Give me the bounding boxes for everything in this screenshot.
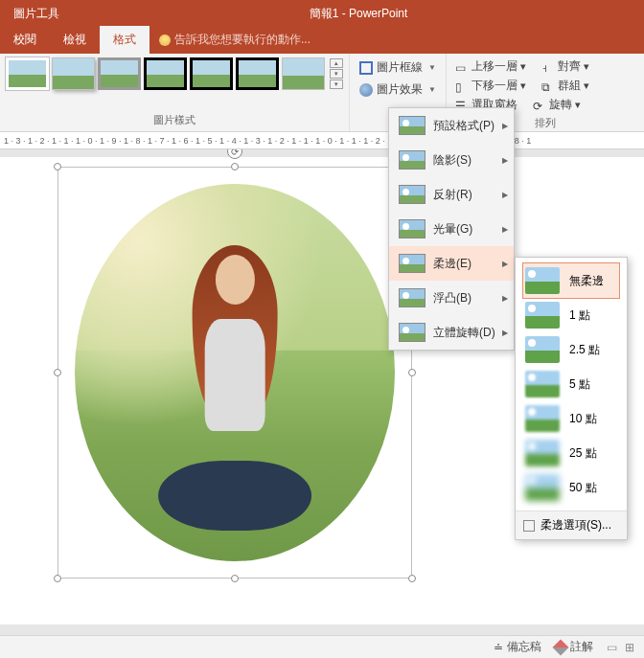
more-icon[interactable]: ▾ (330, 79, 343, 89)
soft-edge-25pt[interactable]: 25 點 (523, 436, 619, 470)
bevel-icon (399, 288, 426, 307)
picture-style-gallery[interactable]: ▴ ▾ ▾ (6, 57, 343, 90)
menu-reflection[interactable]: 反射(R)▶ (389, 177, 514, 212)
soft-edge-thumb (525, 371, 560, 397)
options-icon (523, 520, 535, 532)
chevron-down-icon[interactable]: ▾ (330, 69, 343, 79)
soft-edge-thumb (525, 336, 560, 363)
soft-edge-10pt[interactable]: 10 點 (523, 401, 619, 436)
circular-picture[interactable] (75, 184, 395, 561)
glow-icon (399, 219, 426, 238)
group-label-styles: 圖片樣式 (153, 113, 196, 127)
normal-view-icon[interactable]: ▭ (607, 641, 617, 654)
soft-edges-submenu: 無柔邊 1 點 2.5 點 5 點 10 點 25 點 50 點 柔邊選項(S)… (515, 257, 628, 540)
style-thumb[interactable] (282, 57, 325, 90)
sorter-view-icon[interactable]: ⊞ (625, 641, 634, 654)
bring-forward-icon: ▭ (455, 61, 469, 73)
chevron-right-icon: ▶ (502, 260, 508, 268)
status-bar: ≐備忘稿 註解 ▭ ⊞ (0, 635, 644, 658)
menu-soft-edges[interactable]: 柔邊(E)▶ (389, 246, 514, 281)
shadow-icon (399, 150, 426, 170)
tab-format[interactable]: 格式 (100, 26, 150, 54)
resize-handle[interactable] (54, 369, 61, 376)
resize-handle[interactable] (54, 163, 61, 170)
picture-effects-button[interactable]: 圖片效果▼ (356, 79, 440, 100)
style-thumb[interactable] (144, 57, 187, 90)
rotation3d-icon (399, 323, 426, 342)
rotate-button[interactable]: ⟳旋轉 ▾ (530, 96, 584, 114)
style-thumb[interactable] (98, 57, 141, 90)
menu-preset[interactable]: 預設格式(P)▶ (389, 108, 514, 143)
border-icon (359, 61, 373, 75)
comments-button[interactable]: 註解 (555, 639, 593, 655)
contextual-tab-label: 圖片工具 (0, 2, 73, 26)
notes-button[interactable]: ≐備忘稿 (494, 639, 541, 655)
picture-border-button[interactable]: 圖片框線▼ (356, 57, 440, 78)
preset-icon (399, 116, 426, 135)
chevron-right-icon: ▶ (502, 156, 508, 165)
ribbon-tabs: 校閱 檢視 格式 告訴我您想要執行的動作... (0, 27, 644, 54)
tell-me-search[interactable]: 告訴我您想要執行的動作... (150, 26, 320, 54)
lightbulb-icon (159, 34, 171, 46)
chevron-right-icon: ▶ (502, 122, 508, 130)
soft-edge-thumb (525, 474, 560, 501)
view-mode-icons: ▭ ⊞ (607, 641, 634, 654)
chevron-right-icon: ▶ (502, 191, 508, 199)
rotate-handle[interactable]: ⟳ (227, 149, 242, 159)
group-button[interactable]: ⧉群組 ▾ (539, 77, 592, 95)
chevron-right-icon: ▶ (502, 225, 508, 234)
soft-edge-thumb (525, 302, 560, 329)
tab-view[interactable]: 檢視 (50, 26, 100, 54)
menu-bevel[interactable]: 浮凸(B)▶ (389, 281, 514, 315)
chevron-right-icon: ▶ (502, 294, 508, 303)
soft-edge-thumb (525, 440, 560, 466)
reflection-icon (399, 185, 426, 204)
soft-edge-50pt[interactable]: 50 點 (523, 470, 619, 505)
person-placeholder (145, 237, 324, 531)
rotate-icon: ⟳ (533, 100, 546, 111)
soft-edge-thumb (525, 405, 560, 432)
align-icon: ⫞ (541, 61, 555, 73)
resize-handle[interactable] (231, 163, 239, 170)
style-thumb[interactable] (236, 57, 279, 90)
soft-edge-none[interactable]: 無柔邊 (523, 263, 619, 298)
chevron-up-icon[interactable]: ▴ (330, 58, 343, 68)
effects-icon (359, 83, 373, 97)
chevron-right-icon: ▶ (502, 329, 508, 337)
group-picture-styles: ▴ ▾ ▾ 圖片樣式 (0, 54, 350, 131)
soft-edge-1pt[interactable]: 1 點 (523, 298, 619, 332)
soft-edge-options[interactable]: 柔邊選項(S)... (516, 511, 627, 539)
notes-icon: ≐ (494, 641, 503, 654)
resize-handle[interactable] (231, 575, 239, 582)
menu-glow[interactable]: 光暈(G)▶ (389, 212, 514, 246)
style-thumb[interactable] (52, 57, 95, 90)
resize-handle[interactable] (408, 575, 416, 582)
picture-selection[interactable]: ⟳ (58, 167, 412, 579)
picture-effects-menu: 預設格式(P)▶ 陰影(S)▶ 反射(R)▶ 光暈(G)▶ 柔邊(E)▶ 浮凸(… (388, 107, 515, 351)
menu-shadow[interactable]: 陰影(S)▶ (389, 143, 514, 177)
ribbon: ▴ ▾ ▾ 圖片樣式 圖片框線▼ 圖片效果▼ ▭上移一層 ▾ ⫞對齊 ▾ ▯下移… (0, 54, 644, 132)
horizontal-ruler: 1 · 3 · 1 · 2 · 1 · 1 · 1 · 0 · 1 · 9 · … (0, 132, 644, 149)
resize-handle[interactable] (54, 575, 61, 582)
titlebar: 圖片工具 簡報1 - PowerPoint (0, 0, 644, 27)
send-backward-icon: ▯ (455, 80, 469, 92)
soft-edge-2-5pt[interactable]: 2.5 點 (523, 332, 619, 367)
style-thumb[interactable] (6, 57, 49, 90)
style-thumb[interactable] (190, 57, 233, 90)
soft-edge-5pt[interactable]: 5 點 (523, 367, 619, 401)
comments-icon (553, 639, 569, 655)
send-backward-button[interactable]: ▯下移一層 ▾ (452, 77, 529, 95)
tell-me-placeholder: 告訴我您想要執行的動作... (174, 32, 310, 48)
menu-3d-rotation[interactable]: 立體旋轉(D)▶ (389, 315, 514, 350)
group-icon: ⧉ (541, 80, 555, 92)
align-button[interactable]: ⫞對齊 ▾ (539, 57, 592, 76)
window-title: 簡報1 - PowerPoint (73, 6, 644, 22)
tab-review[interactable]: 校閱 (0, 26, 50, 54)
gallery-more[interactable]: ▴ ▾ ▾ (330, 58, 343, 89)
soft-edge-thumb (525, 267, 560, 294)
soft-edges-icon (399, 254, 426, 273)
bring-forward-button[interactable]: ▭上移一層 ▾ (452, 57, 529, 76)
resize-handle[interactable] (408, 369, 416, 376)
